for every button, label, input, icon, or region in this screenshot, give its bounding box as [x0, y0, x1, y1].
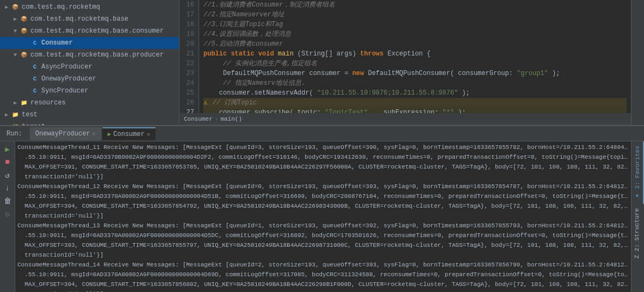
breadcrumb-main: main(): [220, 116, 242, 122]
line-num: 18: [179, 20, 199, 29]
close-tab-icon[interactable]: ✕: [92, 131, 96, 137]
code-line-26: ⚠ // 订阅Topic: [203, 98, 627, 108]
folder-icon: 📁: [20, 98, 28, 107]
console-line: ConsumeMessageThread_11 Receive New Mess…: [17, 142, 629, 152]
console-line: .55.10:9911, msgId=0AD3370A00002A9F00000…: [17, 231, 629, 240]
code-line-18: //3.订阅主题Topic和Tag: [203, 20, 627, 29]
code-line-20: //5.启动消费者consumer: [203, 39, 627, 49]
line-num: 24: [179, 78, 199, 88]
console-line: transactionId='null'}]: [17, 289, 629, 292]
tree-arrow: ▶: [2, 111, 11, 118]
tree-item-oneway-producer[interactable]: C OnewayProducer: [0, 73, 179, 85]
tree-item-resources[interactable]: ▶ 📁 resources: [0, 97, 179, 109]
breadcrumb-consumer: Consumer: [184, 116, 213, 122]
line-num: 20: [179, 39, 199, 49]
line-num: 17: [179, 10, 199, 20]
bottom-panel: Run: OnewayProducer ✕ ▶ Consumer ✕ ▶ ■ ↺…: [0, 125, 644, 292]
package-icon: 📦: [11, 3, 20, 11]
run-button[interactable]: ▶: [2, 144, 13, 154]
console-line: MAX_OFFSET=391, CONSUME_START_TIME=16336…: [17, 162, 629, 172]
line-num-active: 27: [179, 108, 199, 113]
right-panel-tabs: ★ 2: Favorites Z 2: Structure: [631, 141, 644, 292]
tree-label: resources: [30, 99, 66, 107]
console-line: ConsumeMessageThread_13 Receive New Mess…: [17, 221, 629, 231]
code-line-27: consumer.subscribe( topic: "TopicTest" ,…: [203, 108, 627, 113]
breadcrumb-sep: ›: [215, 116, 219, 122]
tab-oneway-producer[interactable]: OnewayProducer ✕: [30, 127, 101, 140]
console-toolbar: ▶ ■ ↺ ↓ 🗑 ⚙: [0, 141, 15, 292]
structure-panel[interactable]: Z 2: Structure: [631, 204, 644, 263]
main-area: ▶ 📦 com.test.mq.rocketmq ▶ 📦 com.test.mq…: [0, 0, 644, 125]
console-line: transactionId='null'}]: [17, 172, 629, 182]
console-line: .55.10:9911, msgId=0AD3370A00002A9F00000…: [17, 270, 629, 279]
tree-item-test[interactable]: ▶ 📁 test: [0, 109, 179, 121]
tree-label-consumer: Consumer: [41, 39, 73, 47]
code-line-25: consumer.setNamesrvAddr( "10.211.55.10:9…: [203, 88, 627, 98]
console-line: .55.10:9911, msgId=0AD3370A00002A9F00000…: [17, 191, 629, 201]
console-line: transactionId='null'}]: [17, 211, 629, 221]
tree-item-async-producer[interactable]: C AsyncProducer: [0, 61, 179, 73]
tree-label: AsyncProducer: [41, 63, 92, 71]
tree-label: com.test.mq.rocketmq.base.consumer: [30, 27, 164, 35]
tree-item-consumer-pkg[interactable]: ▼ 📦 com.test.mq.rocketmq.base.consumer: [0, 25, 179, 37]
line-num: 26: [179, 98, 199, 108]
settings-button[interactable]: ⚙: [2, 209, 13, 220]
line-num: 25: [179, 88, 199, 98]
code-line-19: //4.设置回调函数，处理消息: [203, 29, 627, 39]
code-line-21: public static void main (String[] args) …: [203, 49, 627, 59]
bottom-layout: ▶ ■ ↺ ↓ 🗑 ⚙ ConsumeMessageThread_11 Rece…: [0, 141, 644, 292]
tree-label: OnewayProducer: [41, 75, 96, 83]
editor-content: 16 17 18 19 20 21 22 23 24 25 26 27 28 2…: [179, 0, 631, 113]
tree-item-rocketmq[interactable]: ▶ 📦 com.test.mq.rocketmq: [0, 1, 179, 13]
bottom-tab-bar: Run: OnewayProducer ✕ ▶ Consumer ✕: [0, 126, 644, 141]
code-line-23: DefaultMQPushConsumer consumer = new Def…: [203, 69, 627, 78]
tree-label: com.test.mq.rocketmq.base: [30, 15, 128, 23]
line-numbers: 16 17 18 19 20 21 22 23 24 25 26 27 28 2…: [179, 0, 199, 113]
clear-button[interactable]: 🗑: [2, 196, 13, 207]
class-icon: C: [30, 74, 39, 83]
file-tree: ▶ 📦 com.test.mq.rocketmq ▶ 📦 com.test.mq…: [0, 0, 179, 125]
tree-arrow: ▶: [11, 100, 20, 106]
close-tab-icon[interactable]: ✕: [147, 131, 150, 138]
tree-label: test: [22, 111, 38, 119]
console-line: MAX_OFFSET=394, CONSUME_START_TIME=16336…: [17, 201, 629, 211]
scroll-end-button[interactable]: ↓: [2, 183, 13, 194]
class-icon: C: [30, 63, 39, 71]
right-side-panels: [631, 0, 644, 125]
tree-item-producer-pkg[interactable]: ▼ 📦 com.test.mq.rocketmq.base.producer: [0, 49, 179, 61]
tree-item-sync-producer[interactable]: C SyncProducer: [0, 85, 179, 97]
console-line: .55.10:9911, msgId=0AD3370B0002A9F000000…: [17, 152, 629, 162]
tree-item-consumer-class[interactable]: C Consumer: [0, 37, 179, 49]
package-icon: 📦: [20, 51, 28, 59]
rerun-button[interactable]: ↺: [2, 170, 13, 181]
tree-label: com.test.mq.rocketmq.base.producer: [30, 51, 164, 59]
tree-arrow: ▼: [11, 52, 20, 58]
class-icon: C: [30, 86, 39, 95]
console-output[interactable]: ConsumeMessageThread_11 Receive New Mess…: [15, 141, 631, 292]
code-line-16: //1.创建消费者Consumer，制定消费者组名: [203, 0, 627, 10]
line-num: 23: [179, 69, 199, 78]
favorites-panel[interactable]: ★ 2: Favorites: [631, 141, 644, 204]
tab-consumer[interactable]: ▶ Consumer ✕: [102, 127, 156, 140]
code-content[interactable]: //1.创建消费者Consumer，制定消费者组名 //2.指定Nameserv…: [199, 0, 631, 113]
tab-label: OnewayProducer: [35, 130, 90, 138]
code-line-22: // 实例化消息生产者,指定组名: [203, 59, 627, 69]
tree-item-target[interactable]: ▶ 📁 target: [0, 121, 179, 125]
stop-button[interactable]: ■: [2, 157, 13, 167]
breadcrumb: Consumer › main(): [179, 113, 631, 125]
code-editor: 16 17 18 19 20 21 22 23 24 25 26 27 28 2…: [179, 0, 631, 125]
package-icon: 📦: [20, 27, 28, 35]
tab-label-consumer: Consumer: [113, 131, 145, 138]
code-line-24: // 指定Namesrv地址信息.: [203, 78, 627, 88]
console-line: MAX_OFFSET=393, CONSUME_START_TIME=16336…: [17, 240, 629, 250]
tree-arrow: ▶: [2, 4, 11, 10]
tree-item-rocketmq-base[interactable]: ▶ 📦 com.test.mq.rocketmq.base: [0, 13, 179, 25]
line-num: 21: [179, 49, 199, 59]
line-num: 22: [179, 59, 199, 69]
tree-label: SyncProducer: [41, 87, 88, 95]
line-num: 19: [179, 29, 199, 39]
tree-arrow: ▼: [11, 28, 20, 34]
tree-label: com.test.mq.rocketmq: [22, 3, 100, 11]
package-icon: 📦: [20, 15, 28, 23]
console-line: ConsumeMessageThread_12 Receive New Mess…: [17, 182, 629, 191]
